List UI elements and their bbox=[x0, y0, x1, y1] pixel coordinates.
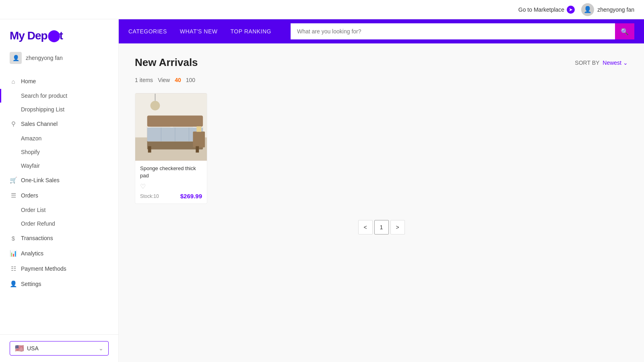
search-button[interactable]: 🔍 bbox=[615, 23, 634, 39]
tag-icon: ⚲ bbox=[10, 120, 17, 128]
sidebar-logo: My Dep⬤t bbox=[0, 19, 118, 49]
items-view-bar: 1 items View 40 100 bbox=[135, 77, 628, 83]
sidebar-item-payment-methods[interactable]: ☷ Payment Methods bbox=[0, 261, 118, 276]
svg-rect-15 bbox=[196, 126, 201, 132]
sidebar-item-wayfair[interactable]: Wayfair bbox=[0, 159, 118, 173]
sidebar-item-search-product[interactable]: Search for product bbox=[0, 89, 118, 103]
search-input[interactable] bbox=[291, 23, 615, 39]
items-count: 1 items bbox=[135, 77, 153, 83]
page-title: New Arrivals bbox=[135, 56, 198, 69]
pagination: < 1 > bbox=[135, 220, 628, 234]
sidebar-item-amazon[interactable]: Amazon bbox=[0, 132, 118, 145]
marketplace-link[interactable]: Go to Marketplace ➤ bbox=[518, 6, 575, 14]
svg-rect-13 bbox=[147, 115, 203, 127]
chevron-down-icon: ⌄ bbox=[623, 60, 628, 66]
sort-value-dropdown[interactable]: Newest ⌄ bbox=[603, 60, 628, 66]
logo-text: My Dep⬤t bbox=[10, 29, 109, 42]
view-option-100[interactable]: 100 bbox=[186, 77, 195, 83]
username-label: zhengyong fan bbox=[597, 6, 634, 13]
search-bar: 🔍 bbox=[291, 23, 634, 39]
main: CATEGORIES WHAT'S NEW TOP RANKING 🔍 New … bbox=[119, 19, 644, 362]
person-icon: 👤 bbox=[10, 280, 17, 288]
top-bar-user: 👤 zhengyong fan bbox=[581, 3, 634, 16]
sidebar-footer: 🇺🇸 USA ⌄ bbox=[0, 334, 118, 362]
sidebar-avatar: 👤 bbox=[10, 52, 22, 64]
sidebar-item-home[interactable]: ⌂ Home bbox=[0, 74, 118, 89]
card-icon: ☷ bbox=[10, 265, 17, 272]
marketplace-label: Go to Marketplace bbox=[518, 6, 564, 13]
next-page-button[interactable]: > bbox=[390, 220, 405, 234]
view-option-40[interactable]: 40 bbox=[175, 77, 181, 83]
nav-categories[interactable]: CATEGORIES bbox=[128, 28, 167, 35]
home-icon: ⌂ bbox=[10, 78, 17, 85]
prev-page-button[interactable]: < bbox=[358, 220, 373, 234]
chart-icon: 📊 bbox=[10, 250, 17, 257]
sidebar: My Dep⬤t 👤 zhengyong fan ⌂ Home Search f… bbox=[0, 19, 119, 362]
bag-icon: 🛒 bbox=[10, 177, 17, 184]
view-label: View bbox=[158, 77, 170, 83]
svg-rect-16 bbox=[148, 146, 151, 152]
sidebar-item-one-link-sales[interactable]: 🛒 One-Link Sales bbox=[0, 173, 118, 188]
dollar-icon: $ bbox=[10, 234, 17, 242]
sidebar-item-orders[interactable]: ☰ Orders bbox=[0, 188, 118, 203]
list-icon: ☰ bbox=[10, 192, 17, 199]
sidebar-item-settings[interactable]: 👤 Settings bbox=[0, 276, 118, 292]
avatar: 👤 bbox=[581, 3, 594, 16]
product-stock: Stock:10 bbox=[140, 193, 159, 199]
product-price: $269.99 bbox=[180, 193, 202, 200]
sort-controls: SORT BY Newest ⌄ bbox=[575, 60, 628, 66]
svg-point-3 bbox=[151, 101, 160, 111]
marketplace-arrow-icon: ➤ bbox=[567, 6, 575, 14]
wishlist-heart-icon[interactable]: ♡ bbox=[140, 183, 202, 190]
sidebar-nav: ⌂ Home Search for product Dropshipping L… bbox=[0, 70, 118, 334]
sidebar-item-dropshipping-list[interactable]: Dropshipping List bbox=[0, 103, 118, 116]
svg-rect-14 bbox=[193, 132, 205, 148]
sidebar-item-transactions[interactable]: $ Transactions bbox=[0, 230, 118, 246]
product-card[interactable]: Sponge checkered thick pad ♡ Stock:10 $2… bbox=[135, 93, 207, 204]
sidebar-username: zhengyong fan bbox=[26, 55, 63, 61]
nav-top-ranking[interactable]: TOP RANKING bbox=[231, 28, 271, 35]
sort-label: SORT BY bbox=[575, 60, 599, 66]
country-label: USA bbox=[27, 345, 39, 352]
sidebar-item-order-list[interactable]: Order List bbox=[0, 203, 118, 217]
nav-whats-new[interactable]: WHAT'S NEW bbox=[180, 28, 218, 35]
product-image bbox=[135, 93, 207, 161]
nav-bar: CATEGORIES WHAT'S NEW TOP RANKING 🔍 bbox=[119, 19, 644, 43]
product-meta: Stock:10 $269.99 bbox=[140, 193, 202, 200]
sidebar-item-shopify[interactable]: Shopify bbox=[0, 145, 118, 159]
product-info: Sponge checkered thick pad ♡ Stock:10 $2… bbox=[135, 161, 207, 204]
page-1-button[interactable]: 1 bbox=[374, 220, 389, 234]
top-bar: Go to Marketplace ➤ 👤 zhengyong fan bbox=[0, 0, 644, 19]
sidebar-item-sales-channel[interactable]: ⚲ Sales Channel bbox=[0, 116, 118, 132]
sidebar-user: 👤 zhengyong fan bbox=[0, 49, 118, 70]
chevron-down-icon: ⌄ bbox=[99, 345, 103, 352]
layout: My Dep⬤t 👤 zhengyong fan ⌂ Home Search f… bbox=[0, 19, 644, 362]
country-selector[interactable]: 🇺🇸 USA ⌄ bbox=[10, 341, 109, 356]
content-area: New Arrivals SORT BY Newest ⌄ 1 items Vi… bbox=[119, 43, 644, 362]
sidebar-item-order-refund[interactable]: Order Refund bbox=[0, 217, 118, 230]
svg-rect-17 bbox=[196, 146, 199, 152]
sidebar-item-analytics[interactable]: 📊 Analytics bbox=[0, 246, 118, 261]
product-name: Sponge checkered thick pad bbox=[140, 165, 202, 179]
content-header: New Arrivals SORT BY Newest ⌄ bbox=[135, 56, 628, 69]
flag-icon: 🇺🇸 bbox=[15, 344, 24, 353]
product-grid: Sponge checkered thick pad ♡ Stock:10 $2… bbox=[135, 93, 628, 204]
